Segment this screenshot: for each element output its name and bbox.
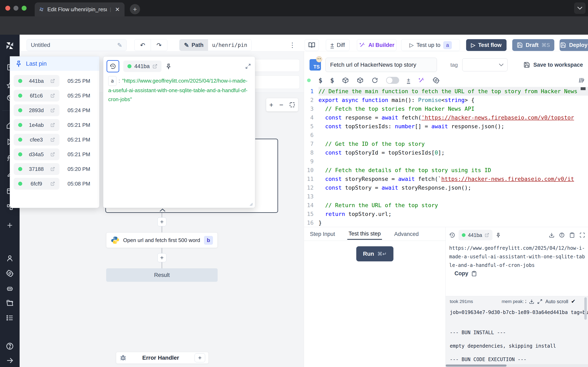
new-tab-button[interactable]: + [130,4,140,14]
log-horizontal-scrollbar[interactable] [446,364,588,367]
pin-list-item[interactable]: 2893d05:24 PM [10,103,99,118]
pin-id-pill[interactable]: d34a5 [14,149,60,160]
resize-handle[interactable] [249,202,253,206]
external-link-icon[interactable] [51,137,55,142]
tab-close-icon[interactable]: ✕ [114,6,121,13]
save-to-workspace-button[interactable]: Save to workspace [523,62,583,68]
redo-button[interactable]: ↷ [151,39,167,51]
pin-icon[interactable] [165,63,172,69]
output-pin-pill[interactable]: 441ba [458,230,493,240]
collapse-chevron-icon[interactable] [159,209,165,212]
variables-icon[interactable]: $ [319,76,322,84]
window-close-button[interactable] [5,6,10,11]
autoscroll-label[interactable]: Auto scroll [545,299,568,304]
sidebar-item-workers-icon[interactable] [0,285,20,292]
code-editor[interactable]: 1// Define the main function to fetch th… [304,87,588,227]
flow-name-input[interactable]: Untitled ✎ [26,39,127,51]
external-link-icon[interactable] [51,182,55,186]
external-link-icon[interactable] [51,152,55,157]
external-link-icon[interactable] [51,167,55,171]
external-link-icon[interactable] [51,93,55,98]
ai-panel-icon[interactable] [578,77,585,84]
copy-button[interactable]: Copy [454,270,477,277]
fullscreen-icon[interactable] [579,232,585,238]
deploy-button[interactable]: Deploy [560,39,588,51]
external-link-icon[interactable] [51,123,55,127]
add-error-handler-button[interactable] [195,353,205,362]
pin-list-item[interactable]: 6f1c605:25 PM [10,88,99,103]
pin-list-item[interactable]: 1e4ab05:21 PM [10,118,99,132]
tab-test-this-step[interactable]: Test this step [347,228,382,240]
history-button[interactable] [107,60,119,72]
autoscroll-check-icon[interactable]: ✔ [571,298,576,305]
reload-icon[interactable] [371,77,378,84]
download-icon[interactable] [529,299,534,304]
pin-icon[interactable] [496,233,501,238]
tag-select[interactable] [462,58,508,71]
resources-icon[interactable]: $ [330,76,334,84]
external-link-icon[interactable] [485,233,489,237]
draft-button[interactable]: Draft ⌘S [512,39,554,51]
pin-id-pill[interactable]: 1e4ab [14,119,60,131]
sidebar-item-add-icon[interactable] [0,222,20,229]
windmill-logo[interactable] [0,40,20,51]
test-flow-button[interactable]: ▷ Test flow [466,39,507,51]
pin-list-item[interactable]: 6fcf905:08 PM [10,176,99,191]
path-group[interactable]: ✎Path u/henri/pin [179,39,251,51]
step-id-chip[interactable]: a [443,41,452,49]
more-options-icon[interactable]: ⋮ [288,39,296,51]
external-link-icon[interactable] [51,79,55,83]
pin-list-item[interactable]: 3718805:20 PM [10,162,99,176]
pin-list-item[interactable]: d34a505:21 PM [10,147,99,162]
pin-id-pill[interactable]: 2893d [14,104,60,116]
external-link-icon[interactable] [153,64,157,69]
pin-id-pill[interactable]: 6fcf9 [14,178,60,190]
pin-id-pill[interactable]: 441ba [14,75,60,87]
zoom-out-icon[interactable]: − [279,101,283,109]
zoom-in-icon[interactable]: + [269,101,273,109]
window-zoom-button[interactable] [22,6,26,11]
result-node[interactable]: Result [106,268,218,282]
sidebar-help-icon[interactable] [0,342,20,350]
popup-pin-pill[interactable]: 441ba [123,60,162,72]
expand-icon[interactable] [245,63,251,69]
diff-mode-toggle[interactable] [386,77,399,84]
sidebar-collapse-icon[interactable] [0,356,20,365]
diff-button[interactable]: ± Diff [326,39,350,51]
log-panel[interactable]: took 291ms mem peak: 2 Auto scroll ✔ job… [446,296,588,367]
undo-button[interactable]: ↶ [135,39,151,51]
sidebar-item-logs-icon[interactable] [0,314,20,322]
window-minimize-button[interactable] [13,6,18,11]
add-step-button[interactable] [157,253,166,262]
sidebar-item-folders-icon[interactable] [0,299,20,307]
ai-builder-button[interactable]: AI Builder [357,39,397,51]
pin-id-pill[interactable]: 6f1c6 [14,90,60,101]
package-icon[interactable] [342,77,349,84]
test-up-to-button[interactable]: ▷ Test up to a [401,39,460,51]
settings-gear-icon[interactable] [433,77,440,84]
expand-icon[interactable] [537,299,543,304]
log-vertical-scrollbar[interactable] [584,297,587,320]
external-link-icon[interactable] [51,108,55,113]
edit-name-icon[interactable]: ✎ [117,42,122,49]
pin-list-item[interactable]: cfee305:21 PM [10,132,99,147]
pin-list-item[interactable]: 441ba05:25 PM [10,74,99,88]
fit-view-icon[interactable] [289,102,295,108]
pin-id-pill[interactable]: cfee3 [14,134,60,146]
python-step-node[interactable]: Open url and fetch first 500 words of ..… [106,233,218,248]
step-title-input[interactable]: Fetch url of HackerNews top story [325,58,437,72]
run-button[interactable]: Run ⌘↵ [356,246,393,261]
ai-assistant-icon[interactable] [418,77,425,84]
tab-step-input[interactable]: Step Input [309,228,336,240]
docs-button[interactable] [305,39,319,51]
tab-advanced[interactable]: Advanced [393,228,420,240]
error-handler-node[interactable]: Error Handler [116,352,209,364]
clipboard-icon[interactable] [569,232,575,238]
add-step-button[interactable] [157,217,166,226]
info-icon[interactable] [559,232,565,238]
sidebar-item-user-icon[interactable] [0,254,20,262]
history-icon[interactable] [449,232,455,238]
download-icon[interactable] [549,232,554,238]
sidebar-item-settings-icon[interactable] [0,269,20,277]
tab-search-chevron-icon[interactable] [574,2,586,14]
